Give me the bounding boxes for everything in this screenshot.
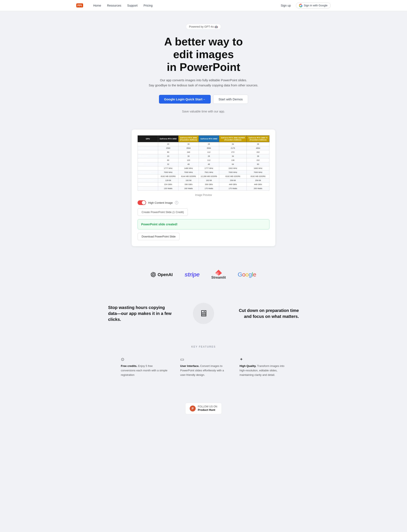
success-box: PowerPoint slide created! xyxy=(138,219,269,229)
table-cell: 1777 MHz xyxy=(158,166,178,170)
app-preview-card: GPU GeForce RTX 3050 GeForce RTX 3060(Fo… xyxy=(131,129,276,246)
feature-free-credits: ⊙ Free credits. Enjoy 5 free conversions… xyxy=(121,357,167,377)
table-header-rtx3060sfe: GeForce RTX 3060 SUPER(Founders Edition) xyxy=(219,136,247,142)
table-row: SMs2030283438 xyxy=(138,142,269,146)
table-cell: 80 xyxy=(158,150,178,154)
table-row: GPU Boost Clock1777 MHz1480 MHz1777 MHz1… xyxy=(138,166,269,170)
table-header-rtx3060fe: GeForce RTX 3060(Founders Edition) xyxy=(178,136,199,142)
table-cell: 48 xyxy=(178,162,199,166)
table-cell: Total Video Memory xyxy=(138,174,158,178)
table-cell: 336 GB/s xyxy=(178,183,199,186)
toggle-row: High Content Image ? xyxy=(138,200,269,205)
table-cell: 2176 xyxy=(219,146,247,150)
product-hunt-badge[interactable]: P FOLLOW US ON Product Hunt xyxy=(185,403,222,414)
table-header-rtx3060tife: GeForce RTX 3060 Ti(Founders Edition) xyxy=(247,136,269,142)
table-cell: 30 xyxy=(178,154,199,158)
table-header-rtx3050: GeForce RTX 3050 xyxy=(158,136,178,142)
streamlit-logo: Streamlit xyxy=(211,270,226,280)
hero-section: Powered by GPT-4o 🤖 A better way to edit… xyxy=(0,11,407,129)
start-with-demos-button[interactable]: Start with Demos xyxy=(213,95,248,104)
table-cell: 1502 MHz xyxy=(219,166,247,170)
feature-user-interface-text: User Interface. Convert images to PowerP… xyxy=(180,364,227,377)
stripe-logo: stripe xyxy=(185,271,199,278)
table-cell: 32 xyxy=(158,162,178,166)
download-slide-button[interactable]: Download PowerPoint Slide xyxy=(138,233,180,240)
table-cell: 38 xyxy=(247,142,269,146)
table-header-gpu: GPU xyxy=(138,136,158,142)
streamlit-icon xyxy=(215,270,222,276)
table-cell: 136 xyxy=(219,158,247,162)
table-cell: 448 GB/s xyxy=(247,183,269,186)
table-cell: 152 xyxy=(247,158,269,162)
table-cell: 7000 MHz xyxy=(178,170,199,174)
key-features-section: KEY FEATURES ⊙ Free credits. Enjoy 5 fre… xyxy=(0,337,407,394)
table-cell: 3584 xyxy=(178,146,199,150)
table-cell: 7501 MHz xyxy=(199,170,219,174)
powered-badge: Powered by GPT-4o 🤖 xyxy=(186,24,221,30)
table-cell: 80 xyxy=(247,162,269,166)
logo[interactable]: PPt xyxy=(76,3,83,8)
google-icon xyxy=(299,4,303,7)
table-cell: 112 xyxy=(199,158,219,162)
hero-subtext: Our app converts images into fully edita… xyxy=(4,78,403,88)
openai-logo: OpenAI xyxy=(151,272,172,277)
nav-pricing[interactable]: Pricing xyxy=(143,4,153,7)
table-cell: 7000 MHz xyxy=(219,170,247,174)
table-cell: GPU Boost Clock xyxy=(138,166,158,170)
table-cell: 12,288 MB GDDR6 xyxy=(199,174,219,178)
value-prop-inner: Stop wasting hours copying data—our app … xyxy=(108,303,299,324)
table-cell: 4864 xyxy=(247,146,269,150)
table-cell: 256-bit xyxy=(219,178,247,183)
table-row: CUDA Cores25603584358421764864 xyxy=(138,146,269,150)
nav-right: Sign up Sign in with Google xyxy=(278,3,331,8)
info-icon[interactable]: ? xyxy=(175,201,178,204)
table-cell: Memory Clock xyxy=(138,170,158,174)
save-time-text: Save valuable time with our app. xyxy=(4,110,403,113)
table-cell: 7000 MHz xyxy=(158,170,178,174)
table-cell: 170 Watts xyxy=(199,186,219,191)
table-row: Memory Interface128-bit192-bit192-bit256… xyxy=(138,178,269,183)
table-cell: 3584 xyxy=(199,146,219,150)
table-cell: 448 GB/s xyxy=(219,183,247,186)
logo-icon: PPt xyxy=(76,3,83,8)
navbar: PPt Home Resources Support Pricing Sign … xyxy=(0,0,407,11)
table-cell: 1777 MHz xyxy=(199,166,219,170)
table-cell: 48 xyxy=(199,162,219,166)
signup-button[interactable]: Sign up xyxy=(278,3,293,8)
table-cell: 7000 MHz xyxy=(247,170,269,174)
free-credits-icon: ⊙ xyxy=(121,357,167,362)
table-row: RT Cores2030283438 xyxy=(138,154,269,158)
nav-resources[interactable]: Resources xyxy=(107,4,121,7)
feature-high-quality-text: High Quality. Transform images into high… xyxy=(240,364,286,377)
table-cell: Tensor Cores xyxy=(138,150,158,154)
table-cell: 34 xyxy=(219,142,247,146)
table-cell: CUDA Cores xyxy=(138,146,158,150)
table-cell: 34 xyxy=(219,154,247,158)
table-cell: 2560 xyxy=(158,146,178,150)
table-cell: 160 Watts xyxy=(178,186,199,191)
value-right-text: Cut down on preparation time and focus o… xyxy=(235,307,299,319)
nav-home[interactable]: Home xyxy=(93,4,101,7)
google-signin-button[interactable]: Sign in with Google xyxy=(296,3,331,8)
table-cell: 1480 MHz xyxy=(178,166,199,170)
table-header-rtx3060: GeForce RTX 3060 xyxy=(199,136,219,142)
table-cell: 336 GB/s xyxy=(199,183,219,186)
value-icon-circle: 🖥 xyxy=(193,303,214,324)
gpu-table-wrapper: GPU GeForce RTX 3050 GeForce RTX 3060(Fo… xyxy=(138,135,269,191)
nav-links: Home Resources Support Pricing xyxy=(93,4,272,7)
product-hunt-section: P FOLLOW US ON Product Hunt xyxy=(0,394,407,431)
nav-support[interactable]: Support xyxy=(127,4,138,7)
high-content-toggle[interactable] xyxy=(138,200,146,205)
features-grid: ⊙ Free credits. Enjoy 5 free conversions… xyxy=(108,357,299,377)
create-slide-button[interactable]: Create PowerPoint Slide (1 Credit) xyxy=(138,208,188,216)
table-cell: 272 xyxy=(219,150,247,154)
table-cell: 28 xyxy=(199,142,219,146)
user-interface-icon: ▭ xyxy=(180,357,227,362)
table-cell: 175 Watts xyxy=(219,186,247,191)
table-cell: 30 xyxy=(178,142,199,146)
app-preview-wrapper: GPU GeForce RTX 3050 GeForce RTX 3060(Fo… xyxy=(0,129,407,259)
table-cell: 1665 MHz xyxy=(247,166,269,170)
openai-icon xyxy=(151,272,156,277)
hero-headline: A better way to edit images in PowerPoin… xyxy=(4,35,403,73)
google-login-quickstart-button[interactable]: Google Login Quick Start→ xyxy=(159,95,211,104)
